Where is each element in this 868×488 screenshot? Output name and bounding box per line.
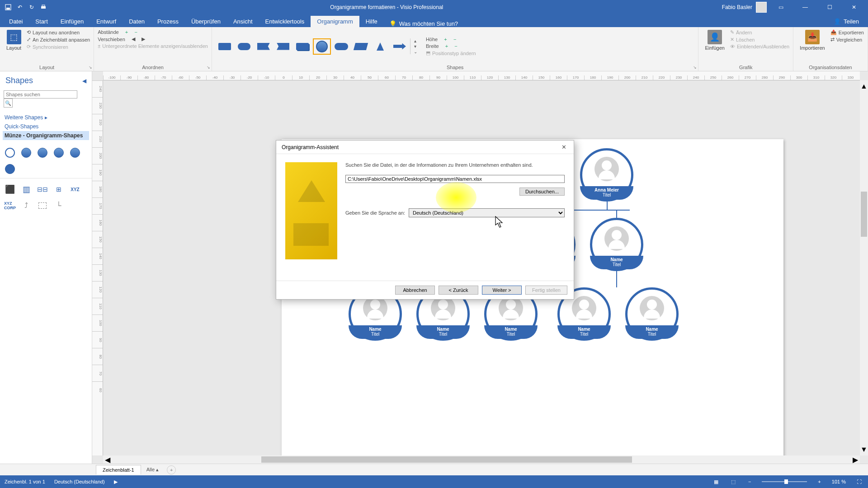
redo-icon[interactable]: ↻ xyxy=(28,4,35,11)
h-scroll-thumb[interactable] xyxy=(261,456,632,463)
language-select[interactable]: Deutsch (Deutschland) xyxy=(409,208,565,217)
stencil-shape-2[interactable] xyxy=(20,146,33,159)
stencil-misc-4[interactable]: ⊞ xyxy=(52,183,65,196)
browse-button[interactable]: Durchsuchen... xyxy=(519,188,565,196)
horizontal-scrollbar[interactable]: ◀ ▶ xyxy=(103,455,860,464)
next-button[interactable]: Weiter > xyxy=(482,286,522,295)
breite-plus[interactable]: + xyxy=(445,43,448,49)
zoom-slider[interactable] xyxy=(762,481,807,482)
selected-stencil[interactable]: Münze - Organigramm-Shapes xyxy=(3,131,89,140)
tab-datei[interactable]: Datei xyxy=(3,16,29,27)
search-icon[interactable]: 🔍 xyxy=(4,99,13,108)
shape-style-5[interactable] xyxy=(293,38,311,55)
tab-start[interactable]: Start xyxy=(29,16,54,27)
tab-daten[interactable]: Daten xyxy=(123,16,151,27)
tab-entwicklertools[interactable]: Entwicklertools xyxy=(259,16,311,27)
sync-button[interactable]: ⟳Synchronisieren xyxy=(27,43,90,50)
page-tab-1[interactable]: Zeichenblatt-1 xyxy=(96,465,141,474)
tell-me-label[interactable]: Was möchten Sie tun? xyxy=(399,20,458,27)
shape-style-10[interactable] xyxy=(391,38,409,55)
tab-einfuegen[interactable]: Einfügen xyxy=(54,16,90,27)
undo-icon[interactable]: ↶ xyxy=(16,4,24,11)
stencil-shape-3[interactable] xyxy=(36,146,49,159)
tab-prozess[interactable]: Prozess xyxy=(151,16,185,27)
maximize-icon[interactable]: ☐ xyxy=(819,0,840,14)
shape-style-4[interactable] xyxy=(274,38,292,55)
stencil-misc-6[interactable]: XYZCORP xyxy=(4,199,16,212)
minimize-icon[interactable]: — xyxy=(795,0,816,14)
stencil-shape-4[interactable] xyxy=(52,146,65,159)
scroll-left-icon[interactable]: ◀ xyxy=(103,455,112,464)
shape-gallery[interactable]: ▴ ▾ ⌄ xyxy=(216,38,419,55)
shape-style-coin[interactable] xyxy=(313,38,331,55)
stencil-misc-8[interactable] xyxy=(36,199,49,212)
stencil-misc-9[interactable]: └ xyxy=(52,199,65,212)
stencil-misc-5[interactable]: XYZ xyxy=(69,183,81,196)
shape-style-8[interactable] xyxy=(352,38,370,55)
v-scroll-thumb[interactable] xyxy=(861,192,867,237)
collapse-panel-icon[interactable]: ◀ xyxy=(82,78,86,84)
grafik-einfuegen-button[interactable]: 👤 Einfügen xyxy=(702,29,727,52)
org-node[interactable]: NameTitel xyxy=(625,287,679,339)
postype-button[interactable]: ⬒Positionstyp ändern xyxy=(426,50,476,56)
cancel-button[interactable]: Abbrechen xyxy=(395,286,435,295)
tab-entwurf[interactable]: Entwurf xyxy=(90,16,123,27)
einblenden-button[interactable]: 👁Einblenden/Ausblenden xyxy=(730,43,789,50)
abstaende-plus[interactable]: + xyxy=(125,29,128,35)
tab-ueberpruefen[interactable]: Überprüfen xyxy=(185,16,227,27)
scroll-down-icon[interactable]: ▼ xyxy=(860,444,868,455)
tab-hilfe[interactable]: Hilfe xyxy=(359,16,384,27)
vertical-scrollbar[interactable]: ▲ ▼ xyxy=(860,80,868,455)
stencil-shape-5[interactable] xyxy=(69,146,81,159)
zoom-level[interactable]: 101 % xyxy=(832,479,846,484)
quick-shapes-link[interactable]: Quick-Shapes xyxy=(5,122,87,131)
add-page-button[interactable]: + xyxy=(167,465,176,474)
macro-icon[interactable]: ▶ xyxy=(114,479,118,485)
hoehe-plus[interactable]: + xyxy=(444,37,447,42)
loeschen-button[interactable]: ✕Löschen xyxy=(730,36,789,43)
aendern-button[interactable]: ✎Ändern xyxy=(730,29,789,36)
gallery-more-icon[interactable]: ⌄ xyxy=(412,49,419,54)
shape-style-7[interactable] xyxy=(332,38,350,55)
avatar[interactable] xyxy=(756,2,767,13)
shapes-launcher-icon[interactable]: ↘ xyxy=(693,65,697,70)
presentation-icon[interactable]: ▦ xyxy=(712,479,720,485)
share-button[interactable]: 👤Teilen xyxy=(827,16,865,27)
fit-button[interactable]: ⤢An Zeichenblatt anpassen xyxy=(27,36,90,43)
shapes-search-input[interactable] xyxy=(4,90,77,99)
breite-minus[interactable]: − xyxy=(454,43,457,49)
shape-style-9[interactable] xyxy=(371,38,389,55)
layout-launcher-icon[interactable]: ↘ xyxy=(89,65,92,70)
anordnen-launcher-icon[interactable]: ↘ xyxy=(207,65,210,70)
stencil-misc-7[interactable]: ⤴ xyxy=(20,199,33,212)
tab-ansicht[interactable]: Ansicht xyxy=(227,16,259,27)
hoehe-minus[interactable]: − xyxy=(453,37,456,42)
gallery-up-icon[interactable]: ▴ xyxy=(412,38,419,43)
more-shapes-link[interactable]: Weitere Shapes ▸ xyxy=(5,113,87,122)
all-tab[interactable]: Alle ▴ xyxy=(142,465,163,474)
filepath-input[interactable] xyxy=(345,175,565,183)
fit-window-icon[interactable]: ⛶ xyxy=(855,479,863,484)
zoom-out-icon[interactable]: − xyxy=(746,479,753,484)
tab-organigramm[interactable]: Organigramm xyxy=(311,16,359,27)
stencil-misc-3[interactable]: ⊟⊟ xyxy=(36,183,49,196)
stencil-misc-1[interactable]: ⬛ xyxy=(4,183,16,196)
move-left-icon[interactable]: ◀ xyxy=(132,36,135,42)
move-right-icon[interactable]: ▶ xyxy=(142,36,145,42)
gallery-down-icon[interactable]: ▾ xyxy=(412,44,419,49)
shape-style-1[interactable] xyxy=(216,38,234,55)
zoom-in-icon[interactable]: + xyxy=(816,479,822,484)
save-icon[interactable] xyxy=(5,4,12,11)
exportieren-button[interactable]: 📤Exportieren xyxy=(830,29,864,36)
ribbon-display-icon[interactable]: ▭ xyxy=(770,0,791,14)
sub-visibility-button[interactable]: ±Untergeordnete Elemente anzeigen/ausble… xyxy=(98,43,208,49)
vergleichen-button[interactable]: ⇄Vergleichen xyxy=(830,36,864,43)
realign-button[interactable]: ⟲Layout neu anordnen xyxy=(27,29,90,36)
stencil-shape-1[interactable] xyxy=(4,146,16,159)
scroll-up-icon[interactable]: ▲ xyxy=(860,80,868,92)
stencil-misc-2[interactable]: ▥ xyxy=(20,183,33,196)
back-button[interactable]: < Zurück xyxy=(439,286,478,295)
abstaende-minus[interactable]: − xyxy=(134,29,137,35)
layout-button[interactable]: ⬚ Layout xyxy=(4,29,24,52)
org-node-root[interactable]: Anna MeierTitel xyxy=(580,148,634,200)
